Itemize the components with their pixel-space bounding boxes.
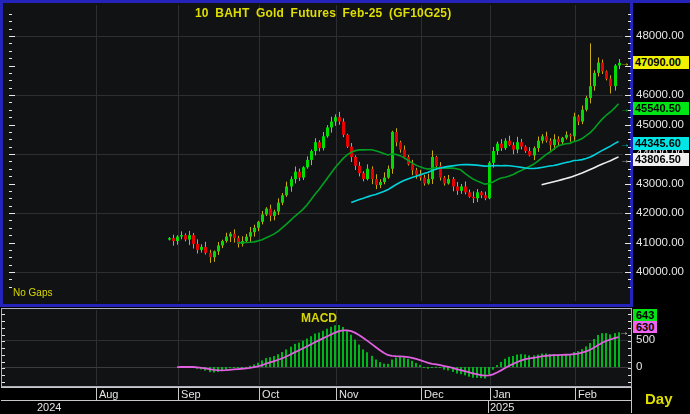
x-axis-month-label: Aug	[99, 388, 119, 400]
y-axis-label: 45000.00	[636, 118, 684, 131]
macd-indicator-label: MACD	[301, 311, 337, 325]
y-axis-label: 40000.00	[636, 265, 684, 278]
macd-arrow-icon: →	[619, 327, 629, 337]
y-axis-label: 41000.00	[636, 236, 684, 249]
price-arrow-icon: →	[620, 155, 630, 165]
no-gaps-label: No Gaps	[13, 287, 52, 298]
price-badge: 43806.50	[633, 153, 689, 166]
price-arrow-icon: →	[620, 139, 630, 149]
y-axis-label: 43000.00	[636, 177, 684, 190]
price-badge: 44345.60	[633, 137, 689, 150]
x-axis-month-label: Oct	[262, 388, 279, 400]
macd-value-badge: 643	[633, 309, 657, 321]
macd-axis-label: 0	[636, 360, 642, 373]
interval-day-label[interactable]: Day	[645, 390, 673, 407]
macd-axis-label: 500	[636, 333, 655, 346]
macd-value-badge: 630	[633, 321, 657, 333]
price-arrow-icon: →	[620, 58, 630, 68]
price-arrow-icon: →	[620, 104, 630, 114]
x-axis-month-label: Sep	[181, 388, 201, 400]
price-chart-canvas[interactable]	[0, 0, 690, 414]
y-axis-label: 48000.00	[636, 29, 684, 42]
x-axis-month-label: Dec	[424, 388, 444, 400]
y-axis-label: 46000.00	[636, 88, 684, 101]
chart-title: 10 BAHT Gold Futures Feb-25 (GF10G25)	[195, 6, 451, 20]
x-axis-month-label: Feb	[578, 388, 597, 400]
y-axis-label: 42000.00	[636, 206, 684, 219]
chart-window: 10 BAHT Gold Futures Feb-25 (GF10G25) No…	[0, 0, 690, 414]
x-axis-month-label: Nov	[339, 388, 359, 400]
x-axis-year-label: 2025	[490, 401, 514, 413]
price-badge: 47090.00	[633, 56, 689, 69]
x-axis-month-label: Jan	[493, 388, 511, 400]
x-axis-year-label: 2024	[37, 401, 61, 413]
price-badge: 45540.50	[633, 102, 689, 115]
